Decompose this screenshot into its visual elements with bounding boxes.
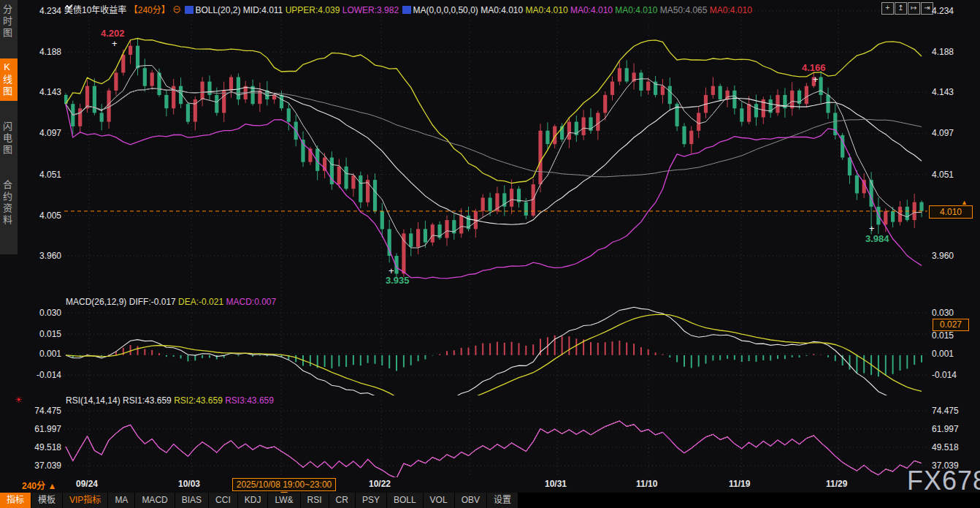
x-axis-label: 10/03 <box>178 479 200 489</box>
macd-axis-label: 0.001 <box>20 349 61 359</box>
indicator-toolbar: 指标 模板 VIP指标 MA MACD BIAS CCI KDJ LW& RSI… <box>0 493 980 508</box>
last-price-tag: 4.010 <box>929 205 973 219</box>
tab-template[interactable]: 模板 <box>31 493 63 508</box>
period-selector[interactable]: 240分 ▲ <box>22 479 56 491</box>
macd-header: MACD(26,12,9) DIFF:-0.017 DEA:-0.021 MAC… <box>66 297 276 307</box>
price-axis-label: 4.143 <box>20 87 61 97</box>
recent-high-annotation: 4.166 <box>802 62 826 73</box>
rsi-name: RSI(14,14,14) <box>66 395 120 406</box>
collapse-icon[interactable]: ⊖ <box>172 5 181 15</box>
macd-value: MACD:0.007 <box>226 297 276 307</box>
macd-axis-label: 0.030 <box>932 308 977 318</box>
tab-kdj[interactable]: KDJ <box>238 493 269 508</box>
tab-vol[interactable]: VOL <box>424 493 455 508</box>
tab-macd[interactable]: MACD <box>135 493 175 508</box>
boll-indicator-icon[interactable] <box>185 6 194 14</box>
tab-indicator[interactable]: 指标 <box>0 493 31 508</box>
chart-canvas[interactable] <box>0 0 980 508</box>
period-label: 【240分】 <box>129 5 170 15</box>
ma-indicator-icon[interactable] <box>402 6 411 14</box>
boll-mid: MID:4.011 <box>243 5 283 15</box>
low-annotation: 3.935 <box>386 275 410 286</box>
ma-value-1: MA0:4.010 <box>481 5 523 15</box>
macd-axis-label: 0.015 <box>932 330 977 341</box>
macd-axis-label: 0.001 <box>932 349 977 359</box>
rsi-header: RSI(14,14,14) RSI1:43.659 RSI2:43.659 RS… <box>66 395 274 406</box>
price-axis-label: 4.143 <box>932 87 977 97</box>
sidebar-item-lightning-chart[interactable]: 闪电图 <box>0 118 18 159</box>
rsi-axis-label: 74.475 <box>20 406 61 416</box>
scale-left-icon[interactable]: ↥ <box>895 2 907 15</box>
chart-header: 美债10年收益率 【240分】 ⊖ BOLL(20,2) MID:4.011 U… <box>64 3 752 15</box>
sidebar: 分时图 K线图 闪电图 合约资料 <box>0 0 18 254</box>
price-axis-label: 4.051 <box>20 170 61 180</box>
tab-obv[interactable]: OBV <box>455 493 487 508</box>
price-axis-label: 3.960 <box>932 251 977 261</box>
crosshair-date-tooltip: 2025/10/08 19:00~23:00 三 <box>232 478 336 491</box>
ma50-value: MA50:4.065 <box>660 5 708 15</box>
fx678-watermark: FX678 <box>907 466 980 496</box>
ma-value-4: MA0:4.010 <box>615 5 657 15</box>
rsi-axis-label: 61.997 <box>20 424 61 434</box>
price-axis-label: 4.188 <box>20 47 61 57</box>
scale-right-icon[interactable]: ↦ <box>908 2 920 15</box>
live-dot-icon: ☀ <box>15 395 23 405</box>
price-axis-label: 4.188 <box>932 47 977 57</box>
macd-diff: DIFF:-0.017 <box>129 297 176 307</box>
macd-name: MACD(26,12,9) <box>66 297 126 307</box>
price-axis-label: 4.234 <box>20 6 61 16</box>
macd-axis-label: -0.014 <box>932 370 977 380</box>
x-axis-label: 11/29 <box>826 479 847 489</box>
price-axis-label: 4.005 <box>20 211 61 221</box>
macd-axis-label: -0.014 <box>20 370 61 380</box>
period-arrow-icon: ▲ <box>47 481 56 491</box>
price-marker-cross: + <box>112 38 118 49</box>
tab-lw[interactable]: LW& <box>268 493 300 508</box>
price-axis-label: 4.234 <box>932 6 977 16</box>
tab-boll[interactable]: BOLL <box>387 493 424 508</box>
macd-value-tag: 0.027 <box>933 319 969 331</box>
price-marker-cross: + <box>869 223 875 234</box>
chart-window: 分时图 K线图 闪电图 合约资料 美债10年收益率 【240分】 ⊖ BOLL(… <box>0 0 980 508</box>
x-axis-label: 10/31 <box>545 479 567 489</box>
macd-axis-label: 0.030 <box>20 308 61 318</box>
tab-bias[interactable]: BIAS <box>175 493 209 508</box>
high-annotation: 4.202 <box>101 28 125 39</box>
tab-cr[interactable]: CR <box>329 493 356 508</box>
ma-value-3: MA0:4.010 <box>570 5 613 15</box>
tab-psy[interactable]: PSY <box>356 493 387 508</box>
tab-rsi[interactable]: RSI <box>301 493 329 508</box>
price-axis-label: 4.097 <box>932 128 977 138</box>
tab-settings[interactable]: 设置 <box>487 493 518 508</box>
boll-name: BOLL(20,2) <box>195 5 240 15</box>
rsi-axis-label: 49.518 <box>932 442 977 452</box>
ma-name: MA(0,0,0,0,50,0) <box>413 5 478 15</box>
tab-cci[interactable]: CCI <box>209 493 238 508</box>
x-axis-label: 11/10 <box>636 479 657 489</box>
sidebar-item-kline-chart[interactable]: K线图 <box>0 58 18 101</box>
rsi2-value: RSI2:43.659 <box>174 395 223 406</box>
recent-low-annotation: 3.984 <box>865 233 889 244</box>
price-axis-label: 4.051 <box>932 170 977 180</box>
macd-axis-label: 0.015 <box>20 329 61 339</box>
sidebar-item-timeline-chart[interactable]: 分时图 <box>0 1 18 42</box>
price-marker-cross: + <box>388 265 394 276</box>
pan-icon[interactable]: + <box>881 2 894 15</box>
x-axis-label: 09/24 <box>76 479 98 489</box>
rsi-axis-label: 49.518 <box>20 442 61 452</box>
price-axis-label: 3.960 <box>20 251 61 261</box>
tab-vip-indicator[interactable]: VIP指标 <box>63 493 108 508</box>
x-axis-row: 240分 ▲ 09/24 10/03 2025/10/08 19:00~23:0… <box>0 477 980 492</box>
macd-dea: DEA:-0.021 <box>178 297 223 307</box>
sidebar-item-contract-info[interactable]: 合约资料 <box>0 177 18 230</box>
x-axis-label: 11/19 <box>729 479 750 489</box>
instrument-title: 美债10年收益率 <box>64 5 126 15</box>
rsi-axis-label: 74.475 <box>932 406 977 416</box>
x-axis-label: 10/22 <box>369 479 391 489</box>
tab-ma[interactable]: MA <box>108 493 135 508</box>
boll-upper: UPPER:4.039 <box>286 5 340 15</box>
rsi3-value: RSI3:43.659 <box>225 395 274 406</box>
boll-lower: LOWER:3.982 <box>342 5 399 15</box>
rsi-axis-label: 61.997 <box>932 424 977 434</box>
ma-value-2: MA0:4.010 <box>526 5 568 15</box>
